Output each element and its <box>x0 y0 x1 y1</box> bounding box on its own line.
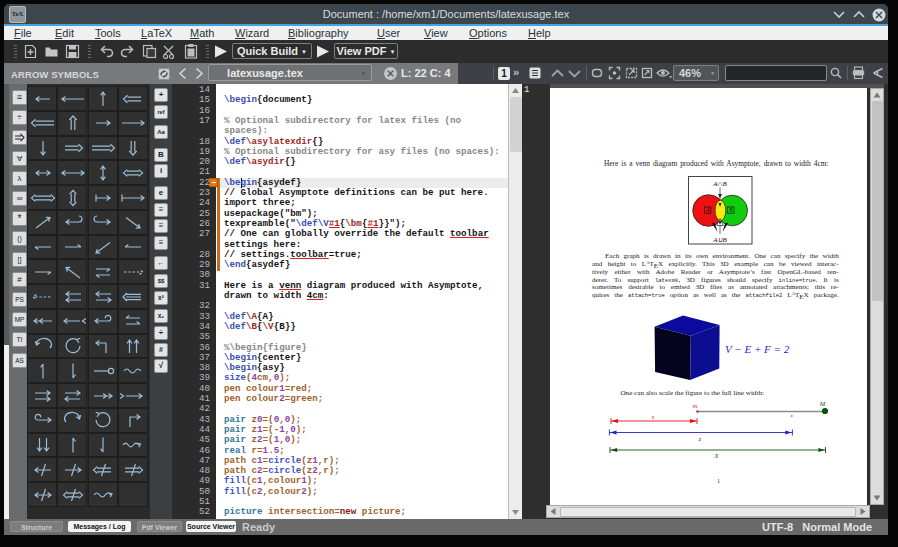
svg-text:z: z <box>698 436 702 442</box>
svg-text:m: m <box>693 402 698 409</box>
svg-text:M: M <box>819 400 826 407</box>
svg-text:X: X <box>714 452 720 459</box>
svg-text:A: A <box>705 207 710 213</box>
svg-text:x: x <box>789 413 793 418</box>
svg-text:x: x <box>651 414 655 420</box>
svg-text:A∩B: A∩B <box>712 180 727 188</box>
svg-text:A∪B: A∪B <box>712 236 727 244</box>
